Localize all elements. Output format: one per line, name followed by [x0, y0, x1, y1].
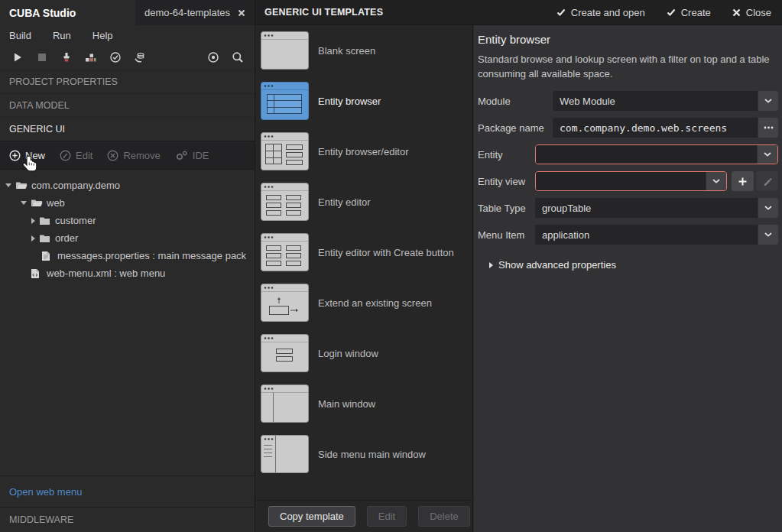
hand-coins-icon[interactable] [133, 51, 146, 64]
tab-close-icon[interactable] [238, 9, 245, 17]
search-icon[interactable] [231, 51, 244, 64]
edit-template-button[interactable]: Edit [367, 506, 407, 527]
entity-view-label: Entity view [478, 176, 535, 187]
package-name-label: Package name [478, 122, 553, 134]
pencil-circle-icon [60, 150, 71, 161]
section-middleware[interactable]: MIDDLEWARE [0, 507, 255, 532]
ellipsis-icon[interactable] [758, 118, 778, 138]
tree-item-messages-properties[interactable]: messages.properties : main message pack [0, 247, 255, 264]
file-icon [41, 251, 54, 261]
tree-item-web-menu-xml[interactable]: web-menu.xml : web menu [0, 264, 255, 282]
template-side-menu-main-window[interactable]: Side menu main window [261, 435, 472, 473]
template-login-window[interactable]: Login window [261, 334, 472, 372]
templates-panel: Blank screen Entity browser [255, 25, 473, 532]
templates-header-actions: Create and open Create Close [556, 7, 771, 18]
chevron-down-icon[interactable] [758, 225, 778, 245]
folder-open-icon [31, 198, 43, 209]
main-toolbar [0, 45, 255, 70]
close-button[interactable]: Close [732, 7, 771, 18]
create-button[interactable]: Create [667, 7, 711, 18]
package-name-field[interactable]: com.company.demo.web.screens [553, 118, 778, 138]
left-panel-bottom: Open web menu MIDDLEWARE [0, 475, 255, 532]
template-entity-browser-editor[interactable]: Entity browser/editor [261, 132, 472, 170]
gears-icon [175, 150, 188, 161]
menu-item-select[interactable]: application [535, 225, 778, 245]
chevron-down-icon[interactable] [758, 91, 778, 111]
tree-item-web[interactable]: web [0, 194, 255, 212]
menu-run[interactable]: Run [42, 30, 82, 41]
stop-icon[interactable] [35, 51, 48, 64]
check-circle-icon[interactable] [109, 51, 122, 64]
module-label: Module [478, 96, 553, 107]
project-panel: CUBA Studio demo-64-templates Build Run … [0, 0, 255, 532]
play-icon[interactable] [11, 51, 24, 64]
entity-editor-thumbnail [261, 183, 309, 221]
chevron-down-icon[interactable] [758, 198, 778, 218]
open-web-menu-row: Open web menu [0, 475, 255, 507]
delete-template-button[interactable]: Delete [418, 506, 470, 527]
caret-right-icon[interactable] [31, 235, 35, 242]
template-entity-browser[interactable]: Entity browser [261, 82, 472, 120]
section-data-model[interactable]: DATA MODEL [0, 93, 255, 117]
menu-help[interactable]: Help [82, 30, 124, 41]
copy-template-button[interactable]: Copy template [268, 506, 355, 527]
module-select[interactable]: Web Module [553, 91, 778, 111]
entity-label: Entity [478, 149, 535, 161]
details-form: Module Web Module Package name com.compa… [478, 91, 778, 245]
entity-value[interactable] [536, 145, 757, 164]
caret-down-icon[interactable] [21, 201, 27, 205]
template-details-panel: Entity browser Standard browse and looku… [474, 25, 782, 532]
chevron-down-icon[interactable] [757, 145, 777, 164]
new-button[interactable]: New [9, 150, 45, 161]
brush-icon[interactable] [60, 51, 73, 64]
caret-right-icon[interactable] [31, 218, 35, 224]
package-name-value[interactable]: com.company.demo.web.screens [553, 118, 758, 138]
project-tab-label: demo-64-templates [144, 7, 230, 18]
template-blank-screen[interactable]: Blank screen [261, 31, 472, 70]
entity-row: Entity [478, 144, 778, 164]
template-entity-editor[interactable]: Entity editor [261, 183, 472, 221]
edit-view-button[interactable] [756, 171, 778, 191]
plus-icon [738, 177, 747, 186]
template-entity-editor-create-button[interactable]: Entity editor with Create button [261, 233, 472, 271]
table-type-select[interactable]: groupTable [535, 198, 778, 218]
menu-build[interactable]: Build [9, 30, 42, 41]
blocks-icon[interactable] [84, 51, 97, 64]
section-project-properties[interactable]: PROJECT PROPERTIES [0, 70, 255, 93]
tree-item-order[interactable]: order [0, 229, 255, 247]
edit-button[interactable]: Edit [60, 150, 92, 161]
table-type-row: Table Type groupTable [478, 198, 778, 218]
chevron-down-icon[interactable] [706, 172, 726, 190]
module-row: Module Web Module [478, 91, 778, 111]
entity-view-value[interactable] [536, 172, 706, 190]
caret-right-icon [489, 262, 493, 268]
template-main-window[interactable]: Main window [261, 384, 472, 423]
details-description: Standard browse and lookup screen with a… [478, 52, 780, 81]
app-title: CUBA Studio [9, 7, 76, 19]
tree-item-root-package[interactable]: com.company.demo [0, 177, 255, 194]
project-tab[interactable]: demo-64-templates [135, 0, 255, 25]
details-title: Entity browser [478, 33, 778, 46]
template-extend-existing-screen[interactable]: Extend an existing screen [261, 284, 472, 322]
entity-editor-create-thumbnail [261, 233, 309, 271]
create-and-open-button[interactable]: Create and open [556, 7, 645, 18]
template-list: Blank screen Entity browser [255, 25, 472, 500]
remove-button[interactable]: Remove [107, 150, 160, 161]
ide-button[interactable]: IDE [175, 150, 209, 161]
entity-browser-thumbnail [261, 82, 309, 120]
generic-ui-actions: New Edit Remove IDE [0, 141, 255, 170]
entity-view-select[interactable] [535, 171, 727, 191]
add-view-button[interactable] [732, 171, 754, 191]
open-web-menu-link[interactable]: Open web menu [9, 486, 82, 498]
folder-open-icon [15, 180, 28, 191]
caret-down-icon[interactable] [5, 183, 11, 187]
table-type-label: Table Type [478, 203, 535, 214]
check-icon [667, 8, 676, 17]
blank-screen-thumbnail [261, 31, 309, 70]
tree-item-customer[interactable]: customer [0, 212, 255, 229]
target-icon[interactable] [206, 51, 219, 64]
entity-select[interactable] [535, 144, 778, 164]
entity-view-row: Entity view [478, 171, 778, 191]
show-advanced-properties-toggle[interactable]: Show advanced properties [478, 259, 778, 271]
section-generic-ui[interactable]: GENERIC UI [0, 117, 255, 141]
